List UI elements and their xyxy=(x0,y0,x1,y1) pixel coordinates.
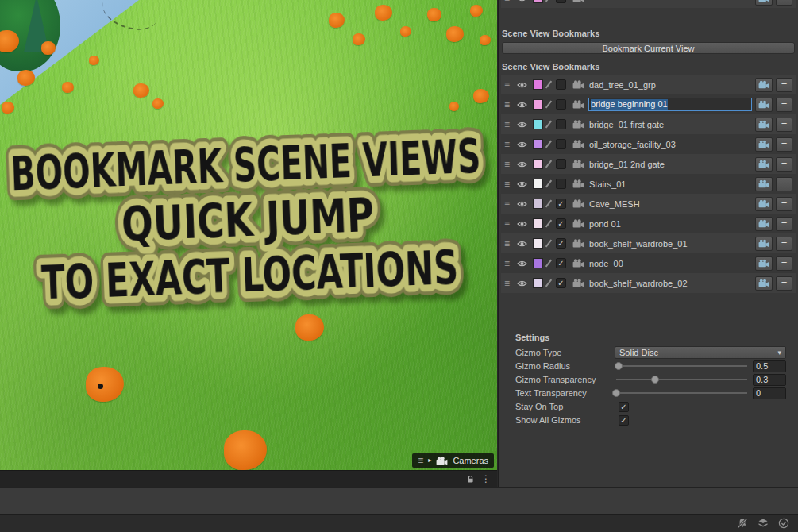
gizmo-radius-value[interactable]: 0.5 xyxy=(753,360,786,372)
gizmo-checkbox[interactable] xyxy=(556,119,566,129)
eye-visibility-icon[interactable] xyxy=(517,0,529,2)
stay-on-top-checkbox[interactable]: ✓ xyxy=(619,402,629,412)
jump-to-view-button[interactable] xyxy=(755,0,773,6)
bookmark-row[interactable]: ≡ ✓ node_00 − xyxy=(501,253,796,273)
gizmo-checkbox[interactable] xyxy=(556,99,566,110)
drag-handle-icon[interactable]: ≡ xyxy=(504,259,515,268)
partial-row[interactable]: ≡ − xyxy=(501,0,796,8)
eye-visibility-icon[interactable] xyxy=(517,160,529,168)
gizmo-checkbox[interactable] xyxy=(556,159,566,169)
remove-bookmark-button[interactable]: − xyxy=(776,217,792,231)
drag-handle-icon[interactable]: ≡ xyxy=(504,140,515,149)
bookmark-row[interactable]: ≡ dad_tree_01_grp − xyxy=(501,75,796,94)
remove-bookmark-button[interactable]: − xyxy=(776,276,792,291)
eye-visibility-icon[interactable] xyxy=(517,260,529,268)
cameras-overlay-button[interactable]: ≡ ▸ Cameras xyxy=(412,453,494,468)
bookmark-name-input[interactable]: bridge beginning 01 xyxy=(588,98,752,111)
status-check-icon[interactable] xyxy=(778,518,789,529)
remove-bookmark-button[interactable]: − xyxy=(776,98,792,112)
bookmark-row[interactable]: ≡ ✓ pond 01 − xyxy=(501,214,796,233)
drag-handle-icon[interactable]: ≡ xyxy=(504,120,515,129)
drag-handle-icon[interactable]: ≡ xyxy=(504,239,515,249)
bookmark-row[interactable]: ≡ Stairs_01 − xyxy=(501,174,796,194)
slider-knob[interactable] xyxy=(612,389,620,397)
jump-to-view-button[interactable] xyxy=(755,137,773,152)
bookmark-row[interactable]: ≡ oil_storage_facility_03 − xyxy=(501,134,796,154)
eye-visibility-icon[interactable] xyxy=(517,220,529,228)
gizmo-checkbox[interactable] xyxy=(556,179,566,189)
drag-handle-icon[interactable]: ≡ xyxy=(504,100,515,110)
slider-knob[interactable] xyxy=(651,376,659,384)
bookmark-color-swatch[interactable] xyxy=(533,258,543,268)
gizmo-checkbox[interactable]: ✓ xyxy=(556,258,566,268)
remove-bookmark-button[interactable]: − xyxy=(776,256,792,271)
bookmark-color-swatch[interactable] xyxy=(533,99,543,110)
jump-to-view-button[interactable] xyxy=(755,118,773,132)
bookmark-row[interactable]: ≡ ✓ Cave_MESH − xyxy=(501,194,796,214)
gizmo-transparency-slider[interactable] xyxy=(615,373,749,386)
remove-bookmark-button[interactable]: − xyxy=(776,118,792,132)
jump-to-view-button[interactable] xyxy=(755,157,773,172)
kebab-menu-icon[interactable]: ⋮ xyxy=(481,474,491,484)
jump-to-view-button[interactable] xyxy=(755,276,773,291)
bookmark-color-swatch[interactable] xyxy=(533,179,543,189)
bookmark-row[interactable]: ≡ ✓ book_shelf_wardrobe_01 − xyxy=(501,233,796,253)
eye-visibility-icon[interactable] xyxy=(517,200,529,208)
slider-knob[interactable] xyxy=(615,362,623,370)
bookmark-color-swatch[interactable] xyxy=(533,0,543,3)
jump-to-view-button[interactable] xyxy=(755,237,773,251)
bookmark-color-swatch[interactable] xyxy=(533,199,543,209)
bookmark-color-swatch[interactable] xyxy=(533,278,543,288)
gizmo-checkbox[interactable]: ✓ xyxy=(556,199,566,209)
notifications-muted-icon[interactable] xyxy=(737,518,748,529)
gizmo-checkbox[interactable] xyxy=(556,139,566,149)
drag-handle-icon[interactable]: ≡ xyxy=(504,80,515,90)
layers-icon[interactable] xyxy=(758,518,769,529)
gizmo-checkbox[interactable]: ✓ xyxy=(556,238,566,249)
eye-visibility-icon[interactable] xyxy=(517,180,529,188)
drag-handle-icon[interactable]: ≡ xyxy=(504,279,515,288)
remove-bookmark-button[interactable]: − xyxy=(776,0,792,6)
bookmark-row[interactable]: ≡ bridge beginning 01 − xyxy=(501,94,796,114)
drag-handle-icon[interactable]: ≡ xyxy=(504,160,515,169)
remove-bookmark-button[interactable]: − xyxy=(776,177,792,191)
scene-viewport[interactable]: BOOKMARK SCENE VIEWS QUICK JUMP TO EXACT… xyxy=(0,0,497,470)
eye-visibility-icon[interactable] xyxy=(517,121,529,129)
bookmark-row[interactable]: ≡ ✓ book_shelf_wardrobe_02 − xyxy=(501,273,796,293)
text-transparency-slider[interactable] xyxy=(615,387,749,399)
jump-to-view-button[interactable] xyxy=(755,98,773,112)
gizmo-checkbox[interactable]: ✓ xyxy=(556,218,566,229)
text-transparency-value[interactable]: 0 xyxy=(753,387,786,399)
gizmo-radius-slider[interactable] xyxy=(615,360,749,372)
jump-to-view-button[interactable] xyxy=(755,217,773,231)
bookmark-current-view-button[interactable]: Bookmark Current View xyxy=(502,42,795,54)
drag-handle-icon[interactable]: ≡ xyxy=(504,0,515,3)
drag-handle-icon[interactable]: ≡ xyxy=(504,199,515,209)
jump-to-view-button[interactable] xyxy=(755,177,773,191)
gizmo-checkbox[interactable]: ✓ xyxy=(556,278,566,288)
bookmark-color-swatch[interactable] xyxy=(533,139,543,149)
eye-visibility-icon[interactable] xyxy=(517,101,529,109)
bookmark-color-swatch[interactable] xyxy=(533,79,543,90)
gizmo-transparency-value[interactable]: 0.3 xyxy=(753,374,786,386)
gizmo-checkbox[interactable] xyxy=(556,79,566,90)
drag-handle-icon[interactable]: ≡ xyxy=(504,179,515,189)
show-all-gizmos-checkbox[interactable]: ✓ xyxy=(619,415,629,426)
remove-bookmark-button[interactable]: − xyxy=(776,137,792,152)
remove-bookmark-button[interactable]: − xyxy=(776,197,792,211)
jump-to-view-button[interactable] xyxy=(755,256,773,271)
bookmark-color-swatch[interactable] xyxy=(533,119,543,129)
bookmark-row[interactable]: ≡ bridge_01 2nd gate − xyxy=(501,154,796,174)
jump-to-view-button[interactable] xyxy=(755,78,773,92)
eye-visibility-icon[interactable] xyxy=(517,141,529,148)
eye-visibility-icon[interactable] xyxy=(517,240,529,248)
remove-bookmark-button[interactable]: − xyxy=(776,78,792,92)
jump-to-view-button[interactable] xyxy=(755,197,773,211)
bookmark-color-swatch[interactable] xyxy=(533,238,543,249)
remove-bookmark-button[interactable]: − xyxy=(776,157,792,172)
remove-bookmark-button[interactable]: − xyxy=(776,237,792,251)
bookmark-row[interactable]: ≡ bridge_01 first gate − xyxy=(501,114,796,134)
eye-visibility-icon[interactable] xyxy=(517,279,529,287)
drag-handle-icon[interactable]: ≡ xyxy=(504,219,515,229)
eye-visibility-icon[interactable] xyxy=(517,81,529,89)
